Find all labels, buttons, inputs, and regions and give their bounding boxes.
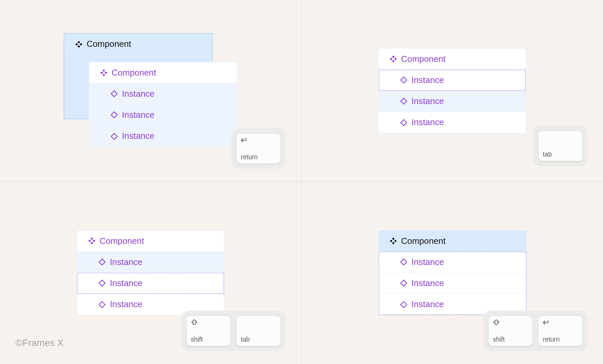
- keycap-tab: tab: [538, 130, 583, 162]
- svg-marker-2: [75, 43, 78, 46]
- instance-icon: [98, 301, 106, 308]
- component-icon: [75, 41, 82, 48]
- svg-marker-30: [401, 280, 407, 286]
- instance-icon: [98, 259, 106, 266]
- instance-label: Instance: [110, 299, 142, 309]
- instance-label: Instance: [411, 299, 444, 309]
- component-header: Component: [64, 33, 212, 55]
- shift-icon: [493, 319, 500, 326]
- svg-marker-20: [88, 240, 91, 242]
- component-icon: [390, 56, 397, 63]
- svg-marker-31: [401, 301, 407, 307]
- svg-marker-19: [90, 242, 93, 245]
- instance-label: Instance: [122, 131, 154, 141]
- keycap-shift: shift: [488, 315, 533, 347]
- component-label: Component: [86, 39, 131, 49]
- panel-front: Component Instance Instance Instance: [89, 62, 238, 147]
- keycap-label: shift: [191, 336, 226, 343]
- svg-marker-16: [401, 98, 407, 104]
- svg-marker-4: [103, 69, 105, 72]
- component-label: Component: [401, 54, 446, 64]
- keycap-return: return: [538, 315, 583, 347]
- component-header: Component: [89, 62, 237, 83]
- keycap-label: tab: [543, 151, 578, 158]
- instance-icon: [400, 280, 407, 287]
- component-label: Component: [99, 236, 144, 246]
- svg-marker-3: [80, 43, 82, 46]
- instance-row: Instance: [89, 104, 237, 125]
- instance-label: Instance: [110, 257, 142, 267]
- panel: Component Instance Instance Instance: [378, 48, 526, 133]
- instance-row: Instance: [379, 91, 526, 112]
- keycap-group: shift return: [483, 310, 588, 351]
- instance-icon: [111, 90, 118, 97]
- shift-icon: [191, 319, 198, 326]
- return-icon: [543, 319, 550, 326]
- return-icon: [241, 136, 248, 144]
- quadrant-bottom-left: Component Instance Instance Instance shi…: [0, 182, 302, 364]
- instance-label: Instance: [122, 110, 154, 120]
- instance-label: Instance: [411, 96, 444, 106]
- keycap-group: shift tab: [181, 310, 285, 351]
- component-label: Component: [401, 236, 446, 246]
- svg-marker-11: [392, 56, 395, 58]
- panel: Component Instance Instance Instance: [77, 230, 224, 315]
- instance-label: Instance: [411, 257, 444, 267]
- instance-icon: [400, 301, 407, 308]
- instance-label: Instance: [411, 278, 444, 288]
- instance-label: Instance: [122, 89, 154, 99]
- svg-marker-22: [99, 259, 105, 265]
- svg-marker-23: [99, 280, 105, 286]
- instance-group-selected: Instance Instance Instance: [379, 252, 526, 315]
- svg-marker-0: [77, 41, 80, 43]
- instance-row: Instance: [77, 252, 224, 273]
- blank-icon: [543, 134, 550, 141]
- panel: Component Instance Instance Instance: [378, 230, 527, 315]
- quadrant-top-right: Component Instance Instance Instance tab: [302, 0, 603, 182]
- instance-row: Instance: [379, 112, 526, 133]
- svg-marker-14: [394, 58, 397, 60]
- svg-marker-8: [111, 91, 117, 97]
- svg-marker-12: [392, 60, 395, 63]
- keycap-group: tab: [533, 126, 588, 166]
- credit-text: ©Frames X: [15, 337, 63, 348]
- instance-row: Instance: [89, 83, 237, 104]
- keycap-label: return: [543, 336, 578, 343]
- component-icon: [88, 238, 95, 245]
- instance-icon: [400, 119, 407, 126]
- blank-icon: [241, 319, 248, 326]
- svg-marker-28: [394, 240, 397, 242]
- instance-label: Instance: [411, 117, 444, 127]
- svg-marker-21: [92, 240, 95, 242]
- instance-icon: [98, 280, 106, 287]
- component-icon: [390, 238, 397, 245]
- instance-icon: [111, 133, 118, 140]
- component-icon: [100, 69, 108, 76]
- svg-marker-26: [392, 242, 395, 245]
- instance-label: Instance: [110, 278, 142, 288]
- svg-marker-18: [90, 238, 93, 240]
- svg-marker-17: [401, 119, 407, 125]
- keycap-label: tab: [241, 336, 276, 343]
- svg-marker-5: [103, 74, 105, 76]
- component-header: Component: [379, 49, 526, 70]
- svg-marker-27: [390, 240, 393, 242]
- instance-row: Instance: [89, 126, 237, 147]
- keycap-label: shift: [493, 336, 528, 343]
- keycap-tab: tab: [236, 315, 281, 347]
- instance-icon: [111, 111, 118, 118]
- component-header-selected: Component: [379, 231, 526, 252]
- svg-marker-15: [401, 77, 407, 83]
- svg-marker-13: [390, 58, 393, 60]
- keycap-group: return: [231, 128, 286, 169]
- instance-icon: [400, 98, 407, 105]
- keycap-label: return: [241, 153, 276, 161]
- svg-marker-1: [77, 45, 80, 48]
- svg-marker-29: [401, 259, 407, 265]
- instance-icon: [400, 259, 407, 266]
- quadrant-top-left: Component Component Instance Instance In…: [0, 0, 302, 182]
- svg-marker-10: [111, 133, 117, 139]
- instance-row: Instance: [379, 252, 526, 273]
- instance-row-selected: Instance: [379, 70, 526, 91]
- instance-row: Instance: [379, 273, 526, 294]
